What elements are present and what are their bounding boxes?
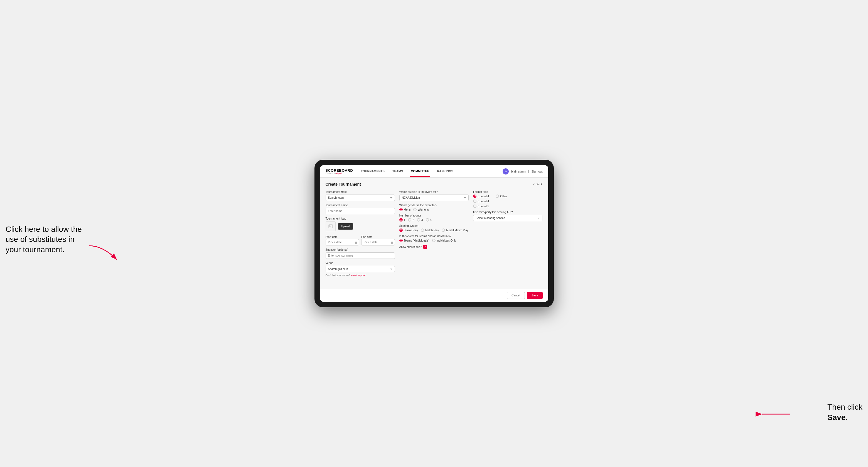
- individuals-only-radio[interactable]: [432, 239, 436, 242]
- gender-mens-radio[interactable]: [399, 208, 403, 211]
- division-label: Which division is the event for?: [399, 190, 469, 193]
- start-date-input[interactable]: [326, 239, 359, 246]
- event-type-radio-group: Teams (+Individuals) Individuals Only: [399, 239, 469, 242]
- teams-individuals-radio[interactable]: [399, 239, 403, 242]
- sign-out-link[interactable]: Sign out: [531, 170, 542, 173]
- event-type-label: Is this event for Teams and/or Individua…: [399, 235, 469, 238]
- scoring-system-label: Scoring system: [399, 224, 469, 227]
- round-3-radio[interactable]: [417, 218, 420, 221]
- nav-item-teams[interactable]: TEAMS: [391, 166, 404, 177]
- format-type-label: Format type: [473, 190, 542, 193]
- form-footer: Cancel Save: [320, 289, 548, 302]
- rounds-radio-group: 1 2 3 4: [399, 218, 469, 221]
- tournament-host-select[interactable]: Search team: [326, 194, 395, 201]
- upload-button[interactable]: Upload: [338, 223, 353, 229]
- logo-scoreboard: SCOREBOARD: [326, 169, 353, 172]
- save-button[interactable]: Save: [527, 292, 542, 299]
- nav-item-tournaments[interactable]: TOURNAMENTS: [360, 166, 385, 177]
- gender-group: Which gender is the event for? Mens Wome…: [399, 204, 469, 211]
- calendar-icon: ▦: [355, 241, 357, 244]
- match-play-radio[interactable]: [421, 228, 424, 232]
- scoring-api-select[interactable]: Select a scoring service: [473, 215, 542, 221]
- round-2-radio[interactable]: [408, 218, 411, 221]
- match-play-option[interactable]: Match Play: [421, 228, 439, 232]
- col-left: Tournament Host Search team Tournament n…: [326, 190, 395, 277]
- sponsor-input[interactable]: [326, 252, 395, 259]
- back-button[interactable]: < Back: [533, 183, 543, 186]
- format-type-group: Format type 5 count 4 Other: [473, 190, 542, 208]
- format-6count4-option[interactable]: 6 count 4: [473, 199, 542, 203]
- page-title: Create Tournament: [326, 182, 361, 186]
- scoring-api-label: Use third-party live scoring API?: [473, 211, 542, 214]
- nav-items: TOURNAMENTS TEAMS COMMITTEE RANKINGS: [360, 166, 503, 177]
- col-right: Format type 5 count 4 Other: [473, 190, 542, 277]
- col-mid: Which division is the event for? NCAA Di…: [399, 190, 469, 277]
- arrow-left-indicator: [86, 243, 120, 265]
- date-row: Start date ▦ End date ▦: [326, 234, 395, 246]
- logo-brand: clippd: [336, 172, 342, 174]
- individuals-only-option[interactable]: Individuals Only: [432, 239, 456, 242]
- division-select[interactable]: NCAA Division I: [399, 194, 469, 201]
- tournament-name-group: Tournament name: [326, 204, 395, 214]
- nav-item-committee[interactable]: COMMITTEE: [410, 166, 430, 177]
- stroke-play-option[interactable]: Stroke Play: [399, 228, 418, 232]
- format-other-radio[interactable]: [496, 194, 499, 198]
- substitutes-checkbox-item: Allow substitutes? ✓: [399, 245, 469, 249]
- form-grid: Tournament Host Search team Tournament n…: [326, 190, 543, 277]
- rounds-group: Number of rounds 1 2: [399, 214, 469, 221]
- medal-match-play-radio[interactable]: [442, 228, 445, 232]
- nav-separator: |: [528, 170, 529, 173]
- venue-select[interactable]: Search golf club: [326, 266, 395, 272]
- logo-powered-by: Powered by clippd: [326, 172, 353, 174]
- end-date-input[interactable]: [361, 239, 395, 246]
- gender-mens-option[interactable]: Mens: [399, 208, 410, 211]
- round-1-option[interactable]: 1: [399, 218, 405, 221]
- venue-help-text: Can't find your venue? email support: [326, 274, 395, 277]
- venue-group: Venue Search golf club Can't find your v…: [326, 261, 395, 277]
- annotation-left: Click here to allow the use of substitut…: [6, 224, 84, 255]
- calendar-icon-2: ▦: [391, 241, 393, 244]
- tournament-host-group: Tournament Host Search team: [326, 190, 395, 201]
- round-3-option[interactable]: 3: [417, 218, 423, 221]
- substitutes-label: Allow substitutes?: [399, 246, 422, 249]
- sponsor-label: Sponsor (optional): [326, 248, 395, 251]
- round-1-radio[interactable]: [399, 218, 403, 221]
- format-6count5-option[interactable]: 6 count 5: [473, 205, 542, 208]
- email-support-link[interactable]: email support: [351, 274, 366, 277]
- medal-match-play-option[interactable]: Medal Match Play: [442, 228, 468, 232]
- cancel-button[interactable]: Cancel: [507, 292, 525, 299]
- stroke-play-radio[interactable]: [399, 228, 403, 232]
- gender-womens-radio[interactable]: [413, 208, 416, 211]
- format-5count4-option[interactable]: 5 count 4: [473, 194, 489, 198]
- scoring-system-group: Scoring system Stroke Play Match Play: [399, 224, 469, 232]
- gender-label: Which gender is the event for?: [399, 204, 469, 207]
- gender-womens-option[interactable]: Womens: [413, 208, 429, 211]
- format-5count4-radio[interactable]: [473, 194, 476, 198]
- page-content: Create Tournament < Back Tournament Host…: [320, 178, 548, 289]
- teams-individuals-option[interactable]: Teams (+Individuals): [399, 239, 429, 242]
- tournament-name-label: Tournament name: [326, 204, 395, 207]
- start-date-wrap: ▦: [326, 239, 359, 246]
- round-2-option[interactable]: 2: [408, 218, 414, 221]
- format-row-1: 5 count 4 Other: [473, 194, 542, 198]
- tournament-name-input[interactable]: [326, 208, 395, 214]
- rounds-label: Number of rounds: [399, 214, 469, 217]
- round-4-option[interactable]: 4: [426, 218, 432, 221]
- tournament-logo-label: Tournament logo: [326, 217, 395, 220]
- nav-item-rankings[interactable]: RANKINGS: [436, 166, 455, 177]
- tablet-frame: SCOREBOARD Powered by clippd TOURNAMENTS…: [314, 160, 554, 307]
- logo-upload-area: Upload: [326, 221, 395, 231]
- nav-right: B blair admin | Sign out: [503, 168, 542, 175]
- scoring-radio-group: Stroke Play Match Play Medal Match Play: [399, 228, 469, 232]
- substitutes-group: Allow substitutes? ✓: [399, 245, 469, 249]
- end-date-label: End date: [361, 236, 372, 239]
- format-6count5-radio[interactable]: [473, 205, 476, 208]
- format-6count4-radio[interactable]: [473, 199, 476, 203]
- round-4-radio[interactable]: [426, 218, 429, 221]
- substitutes-checkbox[interactable]: ✓: [423, 245, 427, 249]
- navigation: SCOREBOARD Powered by clippd TOURNAMENTS…: [320, 165, 548, 178]
- format-other-option[interactable]: Other: [496, 194, 507, 198]
- tablet-screen: SCOREBOARD Powered by clippd TOURNAMENTS…: [320, 165, 548, 302]
- sponsor-group: Sponsor (optional): [326, 248, 395, 259]
- dates-group: Start date ▦ End date ▦: [326, 234, 395, 246]
